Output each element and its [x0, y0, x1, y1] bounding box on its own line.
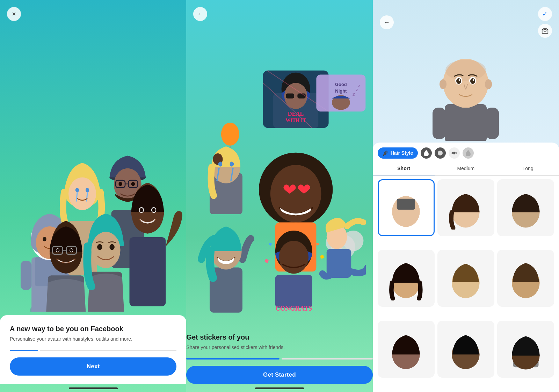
top-right-icons: ✓ — [538, 7, 552, 38]
svg-point-30 — [70, 249, 73, 252]
screen1-title: A new way to be you on Facebook — [10, 325, 176, 333]
svg-point-100 — [438, 151, 443, 155]
hair-option-9[interactable] — [497, 321, 554, 378]
hair-option-4[interactable] — [378, 250, 435, 307]
tab-hair-style[interactable]: 🪮 Hair Style — [378, 147, 418, 159]
tab-color-3[interactable] — [463, 147, 474, 159]
svg-point-58 — [221, 123, 239, 146]
back-button-2[interactable]: ← — [193, 7, 207, 21]
screen2-bottom-card: Get stickers of you Share your personali… — [186, 333, 372, 384]
avatar-group — [0, 21, 186, 315]
svg-point-21 — [118, 182, 122, 186]
svg-text:z: z — [353, 91, 355, 97]
next-button[interactable]: Next — [10, 357, 176, 376]
get-started-button[interactable]: Get Started — [186, 366, 372, 384]
svg-text:WITH IT: WITH IT — [286, 117, 306, 123]
screen1-bottom-card: A new way to be you on Facebook Personal… — [0, 315, 186, 384]
svg-point-96 — [440, 79, 447, 89]
screen2-description: Share your personalised stickers with fr… — [186, 344, 372, 351]
svg-point-65 — [218, 162, 223, 167]
svg-point-94 — [470, 78, 475, 84]
svg-point-92 — [459, 79, 460, 81]
svg-point-33 — [97, 244, 102, 250]
main-avatar — [420, 43, 511, 141]
screen2-title: Get stickers of you — [186, 333, 372, 341]
svg-text:z: z — [356, 87, 358, 92]
svg-rect-46 — [286, 94, 294, 99]
svg-point-28 — [56, 249, 59, 252]
progress-indicator — [10, 350, 176, 351]
screen-3: ← ✓ — [373, 0, 559, 392]
svg-rect-104 — [397, 198, 415, 209]
hair-option-6[interactable] — [497, 250, 554, 307]
avatar-group-image — [0, 123, 186, 312]
hair-option-2[interactable] — [437, 179, 494, 236]
tab-bar: 🪮 Hair Style — [373, 143, 559, 159]
svg-rect-78 — [316, 242, 319, 246]
svg-point-10 — [68, 177, 96, 210]
svg-point-91 — [456, 78, 461, 84]
avatar-preview — [373, 38, 559, 143]
tab-color-1[interactable] — [421, 147, 432, 159]
hair-option-7[interactable] — [378, 321, 435, 378]
svg-text:Good: Good — [335, 82, 347, 87]
svg-point-12 — [86, 188, 89, 192]
screen-2: ← DEAL WITH IT — [186, 0, 372, 392]
svg-line-14 — [87, 193, 87, 201]
hair-option-1[interactable] — [378, 179, 435, 236]
stickers-area: DEAL WITH IT Good Night — [186, 21, 372, 333]
screen1-description: Personalise your avatar with hairstyles,… — [10, 336, 176, 343]
progress-dot-active-2 — [186, 358, 280, 360]
svg-point-39 — [152, 208, 155, 212]
svg-rect-47 — [298, 94, 306, 99]
hair-length-medium[interactable]: Medium — [435, 162, 497, 175]
tab-hair-label: Hair Style — [391, 150, 413, 156]
screen1-top-bar: × — [0, 0, 186, 21]
svg-point-95 — [473, 79, 474, 81]
confirm-button[interactable]: ✓ — [538, 7, 552, 21]
svg-point-34 — [109, 244, 115, 250]
hair-option-5[interactable] — [437, 250, 494, 307]
back-button-3[interactable]: ← — [380, 15, 394, 29]
tab-eye[interactable] — [449, 147, 460, 159]
progress-dot-inactive-2 — [282, 358, 373, 360]
svg-point-89 — [445, 60, 486, 81]
hair-option-8[interactable] — [437, 321, 494, 378]
svg-rect-99 — [486, 108, 499, 139]
svg-rect-77 — [269, 242, 272, 246]
svg-point-5 — [43, 237, 46, 241]
hair-length-short[interactable]: Short — [373, 162, 435, 175]
svg-text:CONGRATS: CONGRATS — [276, 305, 312, 312]
avatar-grid — [373, 176, 559, 392]
svg-point-97 — [485, 79, 492, 89]
home-indicator-2 — [255, 387, 304, 389]
svg-rect-75 — [265, 259, 269, 263]
svg-point-85 — [544, 30, 546, 32]
stickers-image: DEAL WITH IT Good Night — [193, 28, 365, 326]
svg-rect-74 — [275, 275, 312, 308]
close-button[interactable]: × — [7, 7, 21, 21]
svg-point-73 — [279, 241, 309, 274]
tab-color-2[interactable] — [435, 147, 446, 159]
svg-rect-98 — [433, 108, 446, 139]
screens-container: × — [0, 0, 559, 392]
hair-option-3[interactable] — [497, 179, 554, 236]
customizer-panel: 🪮 Hair Style Short Medium — [373, 143, 559, 392]
svg-point-22 — [131, 182, 135, 186]
svg-line-13 — [77, 193, 77, 201]
progress-dot-active — [10, 350, 38, 351]
camera-button[interactable] — [538, 24, 552, 38]
home-indicator-1 — [69, 387, 118, 389]
hair-icon: 🪮 — [383, 150, 389, 156]
svg-point-101 — [453, 152, 455, 154]
svg-rect-86 — [445, 104, 487, 141]
progress-indicator-2 — [186, 358, 372, 360]
svg-text:z: z — [358, 84, 360, 88]
svg-point-37 — [140, 208, 143, 212]
screen2-top-bar: ← — [186, 0, 372, 21]
svg-text:Night: Night — [335, 88, 347, 94]
hair-length-long[interactable]: Long — [497, 162, 559, 175]
screen3-top-bar: ← ✓ — [373, 0, 559, 38]
svg-rect-76 — [320, 255, 324, 259]
hair-length-row: Short Medium Long — [373, 162, 559, 176]
